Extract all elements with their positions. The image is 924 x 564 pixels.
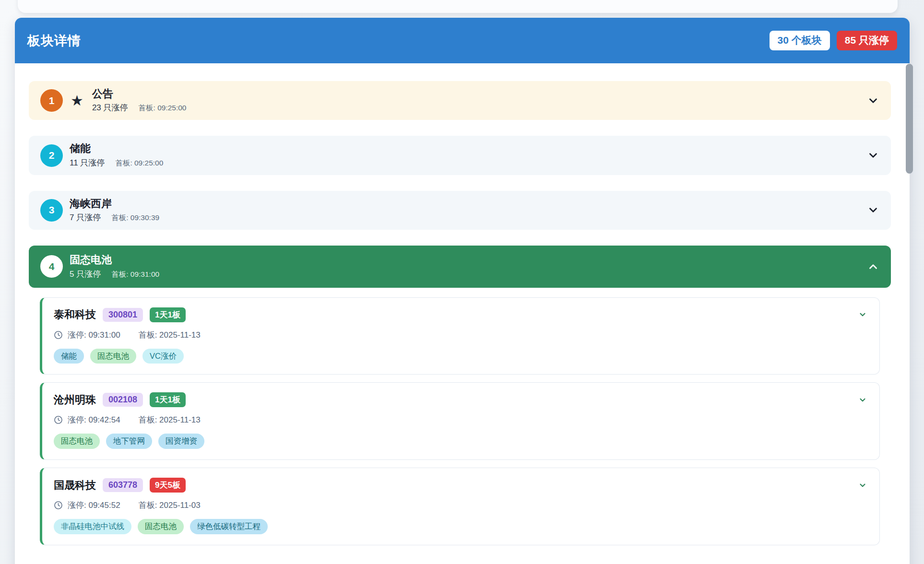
chevron-down-icon[interactable] — [867, 94, 879, 107]
limit-up-count-badge: 85 只涨停 — [837, 31, 897, 50]
clock-icon — [54, 501, 63, 510]
sector-first-time: 首板: 09:31:00 — [111, 270, 159, 280]
streak-badge: 1天1板 — [150, 307, 186, 322]
chevron-down-icon[interactable] — [858, 310, 867, 319]
concept-tag: 国资增资 — [158, 434, 204, 449]
sector-subtitle: 5 只涨停 首板: 09:31:00 — [70, 269, 159, 280]
sector-name: 固态电池 — [70, 254, 159, 266]
stock-code-badge: 603778 — [103, 478, 143, 492]
chevron-down-icon[interactable] — [867, 204, 879, 216]
stock-title-row: 泰和科技 300801 1天1板 — [54, 307, 867, 322]
page-title: 板块详情 — [27, 32, 81, 49]
limit-up-time: 涨停: 09:31:00 — [68, 329, 120, 341]
first-board-date: 首板: 2025-11-13 — [139, 414, 201, 425]
sector-limit-up-count: 11 只涨停 — [70, 157, 105, 168]
concept-tag: 固态电池 — [138, 519, 184, 534]
sector-limit-up-count: 23 只涨停 — [92, 102, 128, 113]
sector-first-time: 首板: 09:25:00 — [139, 103, 187, 113]
star-icon: ★ — [71, 94, 83, 108]
panel-body: 1 ★ 公告 23 只涨停 首板: 09:25:00 2 储能 11 只涨停 首… — [15, 63, 910, 564]
tag-row: 非晶硅电池中试线 固态电池 绿色低碳转型工程 — [54, 519, 867, 534]
rank-badge: 4 — [40, 255, 63, 278]
stock-name: 泰和科技 — [54, 307, 96, 322]
concept-tag: 固态电池 — [90, 349, 136, 364]
limit-up-time: 涨停: 09:42:54 — [68, 414, 120, 425]
chevron-down-icon[interactable] — [858, 396, 867, 404]
stock-meta-row: 涨停: 09:42:54 首板: 2025-11-13 — [54, 414, 867, 425]
sector-subtitle: 11 只涨停 首板: 09:25:00 — [70, 157, 163, 168]
sector-name: 储能 — [70, 142, 163, 155]
panel-header: 板块详情 30 个板块 85 只涨停 — [15, 18, 910, 63]
streak-badge: 1天1板 — [150, 392, 186, 407]
previous-card-edge — [18, 0, 898, 13]
sector-text: 固态电池 5 只涨停 首板: 09:31:00 — [70, 254, 159, 279]
sector-text: 公告 23 只涨停 首板: 09:25:00 — [92, 88, 187, 113]
tag-row: 固态电池 地下管网 国资增资 — [54, 434, 867, 449]
chevron-down-icon[interactable] — [858, 481, 867, 490]
stock-card-guoshengkeji[interactable]: 国晟科技 603778 9天5板 涨停: 09:45:52 首板: 2025-1… — [40, 468, 880, 545]
scrollbar-thumb[interactable] — [906, 64, 913, 174]
rank-badge: 1 — [40, 89, 63, 112]
sector-subtitle: 23 只涨停 首板: 09:25:00 — [92, 102, 187, 113]
chevron-up-icon[interactable] — [867, 260, 879, 273]
sector-detail-panel: 板块详情 30 个板块 85 只涨停 1 ★ 公告 23 只涨停 首板: 09:… — [15, 18, 910, 564]
concept-tag: 非晶硅电池中试线 — [54, 519, 131, 534]
clock-icon — [54, 330, 63, 340]
stock-title-row: 国晟科技 603778 9天5板 — [54, 478, 867, 493]
sector-row-gonggao[interactable]: 1 ★ 公告 23 只涨停 首板: 09:25:00 — [29, 81, 891, 120]
stock-name: 国晟科技 — [54, 478, 96, 493]
sector-text: 海峡西岸 7 只涨停 首板: 09:30:39 — [70, 198, 159, 223]
concept-tag: VC涨价 — [142, 349, 184, 364]
concept-tag: 固态电池 — [54, 434, 100, 449]
first-board-date: 首板: 2025-11-03 — [139, 500, 201, 511]
stock-code-badge: 002108 — [103, 393, 143, 407]
sector-count-badge: 30 个板块 — [770, 31, 830, 50]
sector-row-chuneng[interactable]: 2 储能 11 只涨停 首板: 09:25:00 — [29, 136, 891, 175]
rank-badge: 2 — [40, 144, 63, 167]
sector-first-time: 首板: 09:30:39 — [111, 213, 159, 223]
stock-code-badge: 300801 — [103, 308, 143, 322]
sector-row-haixiaxian[interactable]: 3 海峡西岸 7 只涨停 首板: 09:30:39 — [29, 191, 891, 230]
chevron-down-icon[interactable] — [867, 149, 879, 162]
stock-meta-row: 涨停: 09:31:00 首板: 2025-11-13 — [54, 329, 867, 341]
limit-up-time: 涨停: 09:45:52 — [68, 500, 120, 511]
sector-row-gutaidianchi[interactable]: 4 固态电池 5 只涨停 首板: 09:31:00 — [29, 246, 891, 287]
concept-tag: 储能 — [54, 349, 84, 364]
stock-title-row: 沧州明珠 002108 1天1板 — [54, 392, 867, 407]
stock-card-taihekeji[interactable]: 泰和科技 300801 1天1板 涨停: 09:31:00 首板: 2025-1… — [40, 297, 880, 375]
streak-badge: 9天5板 — [150, 478, 186, 493]
stock-card-cangzhoumingzhu[interactable]: 沧州明珠 002108 1天1板 涨停: 09:42:54 首板: 2025-1… — [40, 382, 880, 460]
stock-name: 沧州明珠 — [54, 393, 96, 407]
header-badges: 30 个板块 85 只涨停 — [770, 31, 897, 50]
sector-subtitle: 7 只涨停 首板: 09:30:39 — [70, 212, 159, 223]
sector-first-time: 首板: 09:25:00 — [115, 158, 163, 168]
rank-badge: 3 — [40, 199, 63, 222]
stock-meta-row: 涨停: 09:45:52 首板: 2025-11-03 — [54, 500, 867, 511]
sector-name: 海峡西岸 — [70, 198, 159, 210]
clock-icon — [54, 415, 63, 424]
concept-tag: 地下管网 — [106, 434, 152, 449]
sector-limit-up-count: 7 只涨停 — [70, 212, 101, 223]
tag-row: 储能 固态电池 VC涨价 — [54, 349, 867, 364]
sector-name: 公告 — [92, 88, 187, 100]
concept-tag: 绿色低碳转型工程 — [190, 519, 268, 534]
sector-limit-up-count: 5 只涨停 — [70, 269, 101, 280]
first-board-date: 首板: 2025-11-13 — [139, 329, 201, 341]
sector-text: 储能 11 只涨停 首板: 09:25:00 — [70, 142, 163, 168]
